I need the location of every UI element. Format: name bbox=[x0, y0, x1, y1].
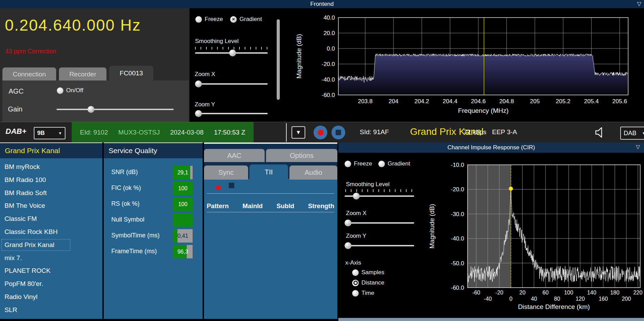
radio-icon[interactable] bbox=[352, 269, 359, 276]
collapse-cir-icon[interactable]: ▽ bbox=[636, 144, 640, 150]
cir-smoothing-ruler bbox=[345, 189, 414, 192]
radio-icon[interactable] bbox=[352, 280, 359, 286]
service-dropdown-button[interactable]: ▼ bbox=[292, 126, 305, 139]
svg-text:0.0: 0.0 bbox=[327, 45, 335, 52]
cir-titlebar: Channel Impulse Response (CIR) ▽ bbox=[338, 142, 644, 153]
freeze-radio-icon[interactable] bbox=[345, 161, 351, 167]
station-item[interactable]: PopFM 80'er. bbox=[1, 278, 77, 290]
station-item[interactable]: Radio Vinyl bbox=[1, 291, 77, 303]
cir-horizontal-scrollbar[interactable] bbox=[338, 318, 644, 321]
cir-plot[interactable]: -10.0-20.0-30.0-40.0-50.0-60.0-60-40-200… bbox=[425, 153, 644, 318]
spectrum-gradient-toggle[interactable]: Gradient bbox=[230, 16, 262, 23]
tab-recorder[interactable]: Recorder bbox=[59, 67, 106, 81]
cir-gradient-toggle[interactable]: Gradient bbox=[378, 160, 410, 167]
tab-tii[interactable]: TII bbox=[249, 164, 288, 180]
station-item[interactable]: Grand Prix Kanal bbox=[1, 239, 70, 251]
tab-connection[interactable]: Connection bbox=[2, 67, 56, 81]
svg-text:205.2: 205.2 bbox=[556, 98, 571, 105]
record-button[interactable] bbox=[314, 126, 327, 139]
quality-value: 96,3 bbox=[173, 245, 193, 258]
station-item[interactable]: Classic FM bbox=[1, 213, 77, 225]
station-item[interactable]: BM The Voice bbox=[1, 200, 77, 212]
zoom-y-slider[interactable] bbox=[195, 110, 268, 117]
spectrum-plot[interactable]: 40.020.00.0-20.0-40.0-60.0203.8204204.22… bbox=[280, 8, 644, 122]
column-strength: Strength bbox=[308, 202, 334, 210]
cir-zoom-x-track[interactable] bbox=[345, 222, 414, 224]
tab-aac[interactable]: AAC bbox=[204, 149, 265, 162]
svg-text:100: 100 bbox=[564, 290, 573, 296]
quality-value-badge: 29,1 bbox=[173, 166, 193, 179]
cir-zoom-x-slider[interactable] bbox=[345, 220, 414, 226]
quality-row: Null Symbol bbox=[104, 213, 203, 227]
tii-table-underline bbox=[207, 212, 334, 212]
radio-icon[interactable] bbox=[352, 290, 359, 297]
gain-slider-track[interactable] bbox=[57, 109, 174, 110]
output-device-select[interactable]: DAB ▼ bbox=[620, 127, 644, 140]
quality-row: SNR (dB)29,1 bbox=[104, 166, 203, 180]
cir-title: Channel Impulse Response (CIR) bbox=[447, 144, 535, 151]
zoom-y-track[interactable] bbox=[195, 113, 268, 114]
channel-select[interactable]: 9B ▼ bbox=[34, 127, 65, 139]
svg-text:-60.0: -60.0 bbox=[321, 92, 335, 98]
svg-text:205: 205 bbox=[530, 98, 540, 105]
quality-label: FrameTime (ms) bbox=[111, 248, 157, 255]
x-axis-option-samples[interactable]: Samples bbox=[352, 269, 384, 276]
tii-divider bbox=[207, 193, 334, 194]
tab-fc0013[interactable]: FC0013 bbox=[109, 66, 153, 81]
svg-text:40.0: 40.0 bbox=[324, 14, 335, 21]
ensemble-date: 2024-03-08 bbox=[170, 129, 204, 136]
zoom-x-thumb[interactable] bbox=[195, 81, 202, 87]
zoom-y-thumb[interactable] bbox=[195, 110, 202, 117]
station-item[interactable]: PLANET ROCK bbox=[1, 265, 77, 277]
agc-toggle[interactable]: On/Off bbox=[57, 87, 83, 94]
chevron-down-icon: ▼ bbox=[642, 131, 644, 135]
ensemble-time: 17:50:53 Z bbox=[214, 129, 245, 136]
pane-splitter-handle[interactable] bbox=[277, 19, 280, 100]
zoom-x-slider[interactable] bbox=[195, 81, 268, 87]
smoothing-level-slider[interactable] bbox=[195, 50, 268, 56]
cir-zoom-y-track[interactable] bbox=[345, 245, 414, 246]
svg-text:-60: -60 bbox=[472, 290, 480, 296]
cir-smoothing-slider[interactable] bbox=[345, 193, 414, 200]
tii-table-header: PatternMainIdSubIdStrength bbox=[207, 202, 334, 210]
cir-zoom-x-thumb[interactable] bbox=[345, 220, 351, 226]
gain-slider[interactable] bbox=[57, 106, 174, 113]
agc-radio-icon[interactable] bbox=[57, 87, 63, 94]
svg-text:203.8: 203.8 bbox=[358, 98, 373, 105]
cir-smoothing-label: Smoothing Level bbox=[346, 181, 390, 188]
gradient-radio-icon[interactable] bbox=[378, 161, 385, 167]
quality-label: RS (ok %) bbox=[111, 200, 140, 207]
station-item[interactable]: SLR bbox=[1, 304, 77, 316]
tab-sync[interactable]: Sync bbox=[204, 165, 248, 180]
cir-zoom-y-slider[interactable] bbox=[345, 242, 414, 249]
cir-smoothing-thumb[interactable] bbox=[353, 193, 360, 200]
station-item[interactable]: BM Radio 100 bbox=[1, 174, 77, 186]
svg-text:40: 40 bbox=[531, 296, 537, 302]
station-item[interactable]: BM myRock bbox=[1, 161, 77, 173]
station-item[interactable]: Classic Rock KBH bbox=[1, 226, 77, 238]
spectrum-freeze-toggle[interactable]: Freeze bbox=[195, 16, 223, 23]
collapse-frontend-icon[interactable]: ▽ bbox=[637, 0, 641, 7]
svg-text:120: 120 bbox=[575, 296, 585, 302]
cir-zoom-y-thumb[interactable] bbox=[345, 242, 351, 249]
x-axis-option-distance[interactable]: Distance bbox=[352, 279, 384, 286]
cir-freeze-toggle[interactable]: Freeze bbox=[345, 160, 372, 167]
gradient-radio-icon[interactable] bbox=[230, 16, 237, 23]
x-axis-option-label: Distance bbox=[361, 279, 384, 286]
x-axis-option-time[interactable]: Time bbox=[352, 290, 374, 297]
quality-row: FrameTime (ms)96,3 bbox=[104, 245, 203, 259]
frontend-tabs: ConnectionRecorderFC0013 bbox=[2, 66, 153, 81]
tab-audio[interactable]: Audio bbox=[289, 165, 337, 180]
stop-button[interactable] bbox=[331, 126, 345, 139]
station-item[interactable]: mix 7. bbox=[1, 252, 77, 264]
zoom-x-track[interactable] bbox=[195, 83, 268, 85]
svg-text:204.2: 204.2 bbox=[415, 98, 429, 105]
tab-options[interactable]: Options bbox=[266, 149, 337, 162]
station-list-header: Grand Prix Kanal bbox=[0, 143, 102, 158]
chevron-down-icon: ▼ bbox=[58, 131, 62, 135]
smoothing-thumb[interactable] bbox=[229, 50, 236, 56]
speaker-icon[interactable] bbox=[594, 126, 606, 139]
gain-slider-thumb[interactable] bbox=[88, 106, 94, 113]
station-item[interactable]: BM Radio Soft bbox=[1, 187, 77, 199]
freeze-radio-icon[interactable] bbox=[195, 16, 202, 23]
